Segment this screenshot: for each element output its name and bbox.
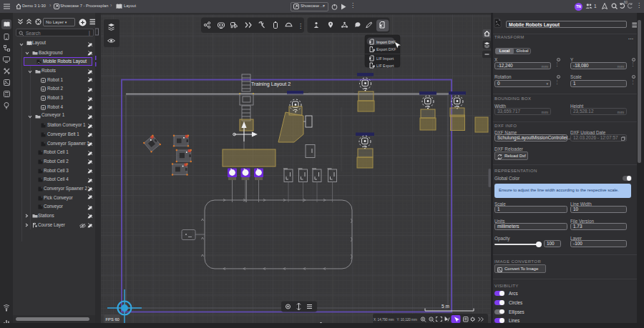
svg-text:Import DXF: Import DXF [376,40,396,44]
svg-text:X: 14,790 mm Y: 10,120 mm: X: 14,790 mm Y: 10,120 mm [374,318,417,322]
svg-text:LIF Import: LIF Import [376,56,394,61]
svg-text:Training Layout 2: Training Layout 2 [251,81,291,87]
svg-text:FPS 60: FPS 60 [106,317,119,322]
svg-text:LIF Export: LIF Export [376,64,394,68]
svg-text:⋮: ⋮ [298,23,303,29]
svg-text:5 m: 5 m [441,304,449,309]
svg-text:Export DXF: Export DXF [376,47,396,51]
